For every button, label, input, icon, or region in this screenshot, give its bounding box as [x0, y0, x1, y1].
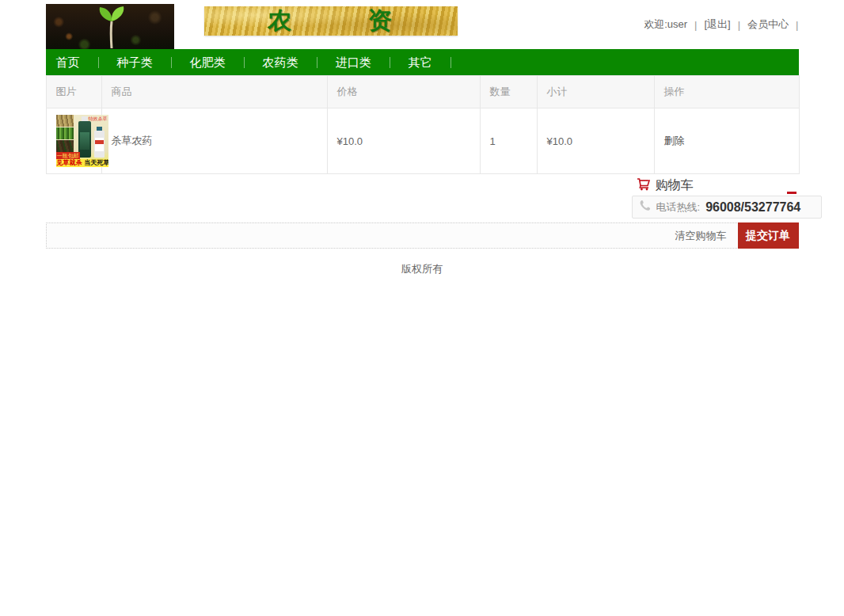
thumb-slogan-red: 见草就杀 — [57, 159, 82, 167]
cart-table: 图片 商品 价格 数量 小计 操作 特效杀草 一瓶包邮 — [46, 75, 800, 174]
hotline-box: 电话热线: 96008/53277764 — [632, 196, 822, 219]
hotline-label: 电话热线: — [656, 200, 701, 215]
cart-item-row: 特效杀草 一瓶包邮 见草就杀 当天死草 杀草农药 ¥10.0 1 ¥10.0 删… — [46, 108, 799, 174]
col-header-subtotal: 小计 — [537, 76, 654, 108]
user-bar: 欢迎:user | [退出] | 会员中心 | — [644, 0, 798, 49]
site-logo[interactable] — [46, 4, 174, 49]
col-header-quantity: 数量 — [480, 76, 537, 108]
col-header-image: 图片 — [46, 76, 101, 108]
thumb-badge: 一瓶包邮 — [56, 152, 80, 159]
thumb-field-photo — [56, 140, 74, 152]
nav-separator — [451, 57, 451, 68]
col-header-action: 操作 — [654, 76, 799, 108]
submit-order-button[interactable]: 提交订单 — [738, 222, 799, 249]
thumb-big-bottle — [78, 121, 91, 158]
actions-bar: 清空购物车 提交订单 — [46, 222, 799, 249]
nav-item-fertilizer[interactable]: 化肥类 — [172, 49, 244, 75]
main-nav: 首页 种子类 化肥类 农药类 进口类 其它 — [46, 49, 799, 75]
thumb-slogan-dark: 当天死草 — [85, 159, 108, 167]
banner-char-right: 资 — [368, 5, 393, 37]
copyright-text: 版权所有 — [46, 262, 799, 276]
separator: | — [694, 19, 697, 31]
nav-item-home[interactable]: 首页 — [56, 49, 98, 75]
separator: | — [796, 19, 798, 31]
cart-title-label: 购物车 — [656, 177, 694, 194]
cart-widget-area: 购物车 电话热线: 96008/53277764 — [46, 174, 799, 222]
separator: | — [738, 19, 740, 31]
thumb-small-bottle — [94, 131, 105, 158]
thumb-top-red-text: 特效杀草 — [89, 116, 108, 123]
table-header-row: 图片 商品 价格 数量 小计 操作 — [46, 76, 799, 108]
banner-char-left: 农 — [268, 5, 293, 37]
hotline-number: 96008/53277764 — [705, 200, 800, 215]
nav-item-seeds[interactable]: 种子类 — [99, 49, 171, 75]
clear-cart-link[interactable]: 清空购物车 — [675, 229, 727, 243]
member-center-link[interactable]: 会员中心 — [747, 17, 789, 32]
nav-item-imports[interactable]: 进口类 — [317, 49, 390, 75]
product-name: 杀草农药 — [101, 108, 327, 174]
thumb-field-photo — [56, 127, 74, 139]
thumb-field-photo — [56, 115, 74, 127]
cart-widget-title: 购物车 — [637, 177, 694, 194]
cart-icon — [637, 177, 650, 194]
collapse-dash[interactable] — [787, 192, 796, 194]
banner-nongzi: 农 资 — [204, 6, 458, 36]
logout-link[interactable]: [退出] — [704, 17, 730, 32]
nav-item-other[interactable]: 其它 — [390, 49, 451, 75]
nav-item-pesticide[interactable]: 农药类 — [245, 49, 317, 75]
welcome-text: 欢迎:user — [644, 17, 687, 32]
delete-link[interactable]: 删除 — [664, 135, 685, 146]
product-thumbnail[interactable]: 特效杀草 一瓶包邮 见草就杀 当天死草 — [56, 115, 108, 167]
product-quantity: 1 — [480, 108, 537, 174]
col-header-product: 商品 — [101, 76, 327, 108]
col-header-price: 价格 — [327, 76, 480, 108]
phone-icon — [639, 200, 651, 215]
page-header: 农 资 欢迎:user | [退出] | 会员中心 | — [46, 0, 799, 49]
thumb-slogan-strip: 见草就杀 当天死草 — [56, 159, 108, 167]
product-subtotal: ¥10.0 — [537, 108, 654, 174]
product-price: ¥10.0 — [327, 108, 480, 174]
